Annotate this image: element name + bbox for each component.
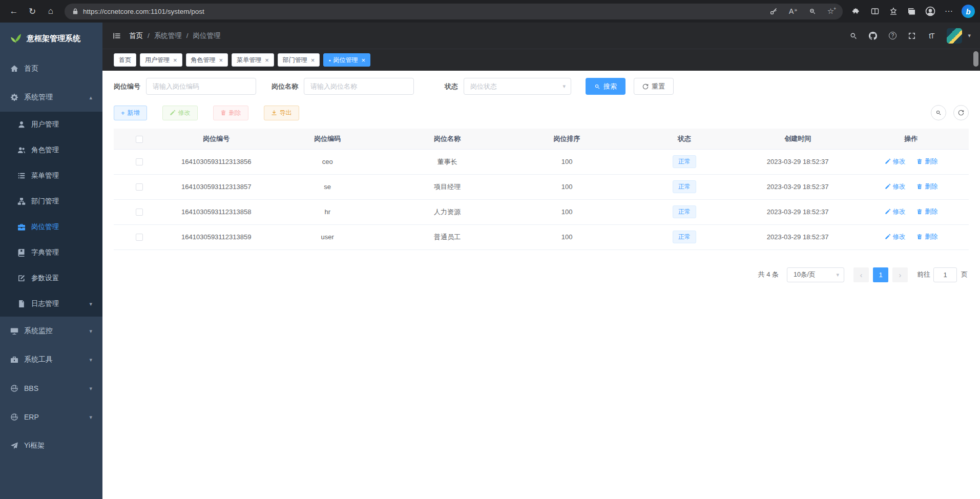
- reset-button[interactable]: 重置: [634, 78, 674, 95]
- sidebar-item-system-monitor[interactable]: 系统监控 ▾: [0, 317, 102, 345]
- tab-post-mgmt[interactable]: ● 岗位管理 ×: [323, 53, 370, 67]
- sidebar-item-dept-mgmt[interactable]: 部门管理: [0, 189, 102, 214]
- goto-page-input[interactable]: [933, 267, 957, 282]
- browser-refresh-button[interactable]: ↻: [24, 3, 41, 20]
- sidebar-item-label: 菜单管理: [31, 171, 59, 180]
- toggle-search-button[interactable]: [931, 105, 946, 120]
- close-icon[interactable]: ×: [173, 57, 177, 64]
- tab-dept-mgmt[interactable]: 部门管理 ×: [278, 53, 320, 67]
- row-edit-link[interactable]: 修改: [885, 207, 906, 216]
- sidebar-item-user-mgmt[interactable]: 用户管理: [0, 112, 102, 137]
- tab-menu-mgmt[interactable]: 菜单管理 ×: [232, 53, 274, 67]
- zoom-button[interactable]: [805, 4, 820, 18]
- chevron-down-icon: ▾: [89, 385, 92, 392]
- row-checkbox[interactable]: [136, 209, 143, 216]
- active-dot-icon: ●: [328, 58, 330, 62]
- close-icon[interactable]: ×: [362, 57, 366, 64]
- delete-button[interactable]: 删除: [213, 106, 248, 120]
- trash-icon: [220, 110, 226, 116]
- add-button[interactable]: + 新增: [114, 106, 147, 120]
- row-delete-link[interactable]: 删除: [916, 233, 937, 241]
- row-delete-link[interactable]: 删除: [916, 157, 937, 166]
- sidebar-item-label: Yi框架: [24, 441, 45, 450]
- favorites-button[interactable]: [885, 3, 902, 20]
- split-screen-icon: [871, 7, 879, 15]
- chevron-down-icon[interactable]: ▾: [968, 32, 971, 39]
- select-all-checkbox[interactable]: [136, 136, 143, 143]
- next-page-button[interactable]: ›: [892, 267, 908, 282]
- page-scrollbar-thumb[interactable]: [973, 51, 978, 67]
- add-favorite-button[interactable]: ☆+: [824, 4, 840, 18]
- row-edit-link[interactable]: 修改: [885, 182, 906, 191]
- search-button[interactable]: 搜索: [586, 78, 625, 95]
- user-avatar[interactable]: [947, 28, 962, 44]
- total-count: 共 4 条: [758, 270, 779, 279]
- browser-home-button[interactable]: ⌂: [42, 3, 59, 20]
- read-aloud-button[interactable]: A»: [785, 4, 801, 18]
- row-edit-label: 修改: [893, 182, 906, 191]
- sidebar-toggle-button[interactable]: [113, 32, 121, 40]
- sidebar-item-system-tools[interactable]: 系统工具 ▾: [0, 345, 102, 374]
- post-name-input[interactable]: [304, 78, 414, 95]
- row-checkbox[interactable]: [136, 158, 143, 165]
- tab-user-mgmt[interactable]: 用户管理 ×: [140, 53, 182, 67]
- export-button[interactable]: 导出: [264, 106, 299, 120]
- edit-button[interactable]: 修改: [162, 106, 198, 120]
- prev-page-button[interactable]: ‹: [853, 267, 869, 282]
- url-text[interactable]: https://ccnetcore.com:1101/system/post: [83, 8, 762, 15]
- cell-created: 2023-03-29 18:52:37: [742, 199, 853, 224]
- breadcrumb-home[interactable]: 首页: [129, 31, 143, 40]
- header-post-sort: 岗位排序: [507, 129, 627, 149]
- github-link[interactable]: [865, 28, 881, 44]
- sidebar-item-post-mgmt[interactable]: 岗位管理: [0, 214, 102, 240]
- row-edit-label: 修改: [893, 207, 906, 216]
- row-edit-link[interactable]: 修改: [885, 233, 906, 241]
- page-1-button[interactable]: 1: [873, 267, 888, 282]
- tree-icon: [17, 197, 26, 205]
- tab-home[interactable]: 首页: [114, 53, 136, 67]
- row-edit-link[interactable]: 修改: [885, 157, 906, 166]
- page-size-select[interactable]: 10条/页 ▾: [787, 267, 844, 282]
- close-icon[interactable]: ×: [311, 57, 315, 64]
- fullscreen-button[interactable]: [904, 28, 920, 44]
- tab-role-mgmt[interactable]: 角色管理 ×: [186, 53, 228, 67]
- header-search-button[interactable]: [845, 28, 862, 44]
- sidebar-item-bbs[interactable]: BBS ▾: [0, 374, 102, 403]
- status-badge: 正常: [673, 180, 696, 193]
- sidebar-item-dict-mgmt[interactable]: 字典管理: [0, 240, 102, 265]
- browser-profile-button[interactable]: [922, 3, 939, 20]
- refresh-table-button[interactable]: [953, 105, 969, 120]
- edit-icon: [170, 110, 176, 116]
- browser-back-button[interactable]: ←: [5, 3, 23, 20]
- password-key-button[interactable]: [766, 4, 781, 18]
- cell-post-name: 项目经理: [387, 174, 507, 199]
- split-screen-button[interactable]: [866, 3, 884, 20]
- font-size-button[interactable]: tT: [923, 28, 940, 44]
- row-delete-link[interactable]: 删除: [916, 182, 937, 191]
- sidebar-item-yi-framework[interactable]: Yi框架: [0, 431, 102, 460]
- address-bar[interactable]: https://ccnetcore.com:1101/system/post A…: [65, 4, 843, 19]
- browser-menu-button[interactable]: …: [940, 3, 957, 20]
- bing-sidebar-button[interactable]: b: [962, 5, 975, 18]
- close-icon[interactable]: ×: [219, 57, 223, 64]
- row-checkbox[interactable]: [136, 183, 143, 191]
- help-button[interactable]: ?: [884, 28, 901, 44]
- sidebar-item-param-settings[interactable]: 参数设置: [0, 265, 102, 291]
- collections-button[interactable]: [903, 3, 921, 20]
- row-delete-link[interactable]: 删除: [916, 207, 937, 216]
- sidebar-item-menu-mgmt[interactable]: 菜单管理: [0, 163, 102, 189]
- briefcase-icon: [17, 223, 26, 231]
- profile-icon: [925, 6, 936, 17]
- cell-status: 正常: [627, 224, 742, 249]
- status-select[interactable]: 岗位状态 ▾: [464, 78, 571, 95]
- sidebar-item-home[interactable]: 首页: [0, 54, 102, 83]
- sidebar-item-system-mgmt[interactable]: 系统管理 ▴: [0, 83, 102, 112]
- close-icon[interactable]: ×: [265, 57, 269, 64]
- row-edit-label: 修改: [893, 233, 906, 241]
- sidebar-item-role-mgmt[interactable]: 角色管理: [0, 137, 102, 163]
- sidebar-item-log-mgmt[interactable]: 日志管理 ▾: [0, 291, 102, 317]
- post-id-input[interactable]: [146, 78, 256, 95]
- extensions-button[interactable]: [848, 3, 865, 20]
- sidebar-item-erp[interactable]: ERP ▾: [0, 403, 102, 431]
- row-checkbox[interactable]: [136, 234, 143, 241]
